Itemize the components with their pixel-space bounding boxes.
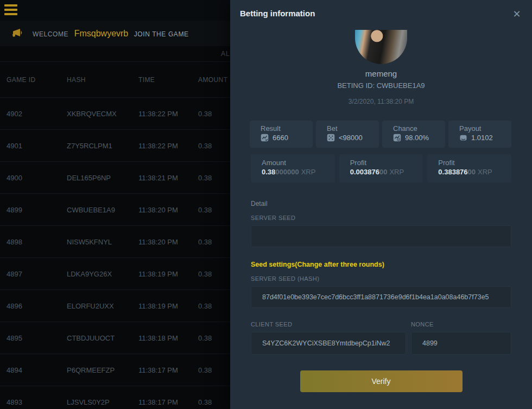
cell-time: 11:38:17 PM — [138, 398, 198, 406]
cell-hash: LJSVLS0Y2P — [67, 398, 138, 406]
stat-result-label: Result — [261, 124, 309, 133]
cell-game-id: 4902 — [7, 110, 67, 118]
cell-game-id: 4893 — [7, 398, 67, 406]
cell-hash: NISW5KFNYL — [67, 238, 138, 246]
modal-header: Betting information ✕ — [230, 0, 532, 26]
welcome-text: WELCOME — [33, 30, 68, 38]
total-profit-label: Profit — [438, 159, 507, 167]
nonce-label: NONCE — [411, 321, 511, 328]
cell-time: 11:38:18 PM — [138, 334, 198, 342]
user-avatar — [355, 30, 407, 64]
stat-payout-label: Payout — [459, 124, 508, 133]
nonce-field: NONCE — [411, 321, 511, 355]
close-icon[interactable]: ✕ — [510, 8, 523, 21]
stat-chance-value: 98.00% — [405, 134, 429, 142]
stat-bet: Bet <98000 — [316, 121, 379, 148]
server-seed-label: SERVER SEED — [251, 215, 511, 221]
cell-time: 11:38:21 PM — [138, 174, 198, 182]
megaphone-icon — [12, 27, 25, 40]
profit-label: Profit — [350, 159, 419, 167]
chart-icon — [261, 134, 269, 142]
stat-result-value: 6660 — [273, 134, 288, 142]
cell-hash: LDKA9YG26X — [67, 270, 138, 278]
amount-dim: 000000 — [275, 168, 299, 176]
client-seed-field: CLIENT SEED — [251, 321, 406, 355]
stat-bet-value: <98000 — [339, 134, 363, 142]
total-profit-box: Profit 0.38387600XRP — [427, 154, 511, 183]
cell-hash: XKBRQVECMX — [67, 110, 138, 118]
betting-info-modal: Betting information ✕ memeng BETING ID: … — [230, 0, 532, 409]
amount-bold: 0.38 — [262, 168, 275, 176]
welcome-username: Fmsqbwyevrb — [74, 29, 129, 38]
verify-button[interactable]: Verify — [300, 370, 463, 392]
cell-hash: CWBUEBE1A9 — [67, 206, 138, 214]
col-header-time: TIME — [138, 76, 198, 84]
profit-dim: 00 — [379, 168, 387, 176]
cell-hash: ELORFU2UXX — [67, 302, 138, 310]
cell-hash: CTBDJUUOCT — [67, 334, 138, 342]
profit-box: Profit 0.00387600XRP — [339, 154, 423, 183]
cell-hash: Z7Y5RCLPM1 — [67, 142, 138, 150]
welcome-suffix: JOIN THE GAME — [134, 30, 189, 38]
profit-currency: XRP — [389, 168, 404, 176]
hamburger-menu-icon[interactable] — [4, 4, 18, 16]
cell-time: 11:38:22 PM — [138, 142, 198, 150]
username: memeng — [230, 69, 532, 78]
stat-chance-label: Chance — [393, 124, 442, 133]
tab-all-partial[interactable]: AL — [221, 50, 230, 58]
cell-time: 11:38:19 PM — [138, 302, 198, 310]
nonce-input[interactable] — [411, 332, 511, 355]
cell-hash: P6QRMEEFZP — [67, 366, 138, 374]
betting-id: BETING ID: CWBUEBE1A9 — [230, 81, 532, 90]
stat-payout: Payout 1.0102 — [448, 121, 511, 148]
client-seed-input[interactable] — [251, 332, 406, 355]
cell-hash: DEL165P6NP — [67, 174, 138, 182]
col-header-game-id: GAME ID — [7, 76, 67, 84]
cell-game-id: 4897 — [7, 270, 67, 278]
dice-icon — [327, 134, 335, 142]
cell-time: 11:38:20 PM — [138, 238, 198, 246]
cell-game-id: 4894 — [7, 366, 67, 374]
cell-game-id: 4895 — [7, 334, 67, 342]
announcement-text: WELCOME Fmsqbwyevrb JOIN THE GAME — [33, 29, 189, 39]
total-profit-currency: XRP — [478, 168, 492, 176]
stat-result: Result 6660 — [250, 121, 313, 148]
amounts-row: Amount 0.38000000XRP Profit 0.00387600XR… — [251, 154, 511, 183]
col-header-hash: HASH — [67, 76, 138, 84]
cell-game-id: 4900 — [7, 174, 67, 182]
server-seed-hash-input[interactable] — [251, 286, 511, 308]
cell-game-id: 4898 — [7, 238, 67, 246]
stat-bet-label: Bet — [327, 124, 376, 133]
server-seed-hash-label: SERVER SEED (HASH) — [251, 275, 511, 282]
cell-time: 11:38:20 PM — [138, 206, 198, 214]
detail-section: Detail SERVER SEED Seed settings(Change … — [251, 200, 511, 392]
cell-game-id: 4899 — [7, 206, 67, 214]
cell-time: 11:38:19 PM — [138, 270, 198, 278]
cell-time: 11:38:22 PM — [138, 110, 198, 118]
cell-game-id: 4896 — [7, 302, 67, 310]
chart-check-icon — [393, 134, 401, 142]
modal-title: Betting information — [240, 9, 315, 18]
stat-chance: Chance 98.00% — [382, 121, 445, 148]
amount-currency: XRP — [301, 168, 316, 176]
coins-icon — [459, 134, 467, 142]
client-seed-label: CLIENT SEED — [251, 321, 406, 328]
amount-label: Amount — [262, 159, 331, 167]
amount-box: Amount 0.38000000XRP — [251, 154, 335, 183]
total-profit-dim: 00 — [468, 168, 476, 176]
bet-datetime: 3/2/2020, 11:38:20 PM — [230, 98, 532, 105]
stat-payout-value: 1.0102 — [471, 134, 493, 142]
server-seed-input[interactable] — [251, 225, 511, 247]
seed-settings-note: Seed settings(Change after three rounds) — [251, 261, 511, 268]
stats-row: Result 6660 Bet — [250, 121, 511, 148]
profit-bold: 0.003876 — [350, 168, 379, 176]
cell-game-id: 4901 — [7, 142, 67, 150]
detail-label: Detail — [251, 200, 511, 207]
total-profit-bold: 0.383876 — [438, 168, 467, 176]
cell-time: 11:38:17 PM — [138, 366, 198, 374]
